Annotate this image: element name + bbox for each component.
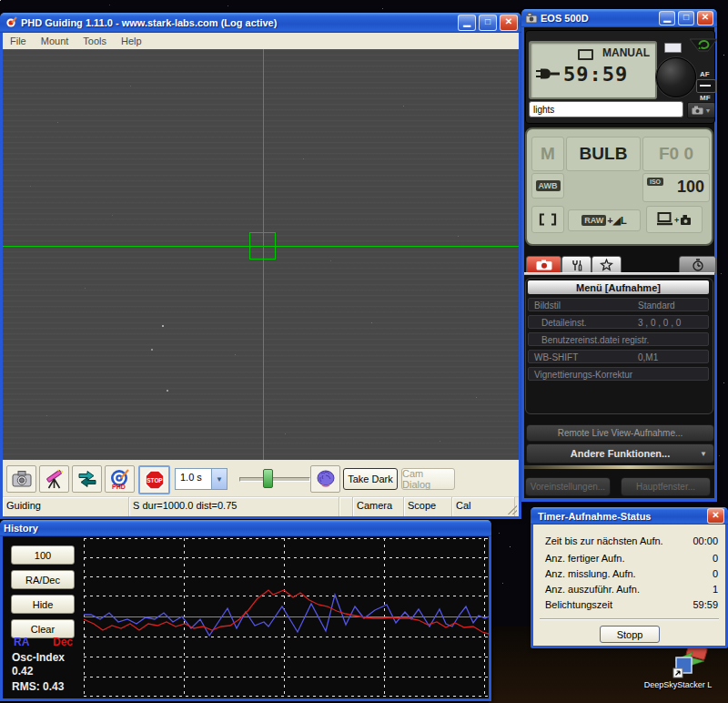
eos-titlebar[interactable]: EOS 500D ▁ □ ✕	[521, 9, 717, 27]
phd-titlebar[interactable]: PHD Guiding 1.11.0 - www.stark-labs.com …	[0, 13, 521, 33]
metering-mode-cell[interactable]: M	[531, 137, 564, 171]
iso-badge: ISO	[647, 178, 663, 186]
preferences-button[interactable]: Voreinstellungen...	[525, 477, 611, 496]
eos-menu-row-3[interactable]: WB-SHIFT0,M1	[528, 350, 709, 363]
menu-row-value: 3 , 0 , 0 , 0	[638, 318, 681, 328]
timer-close-button[interactable]: ✕	[707, 508, 724, 524]
dec-legend-label: Dec	[53, 636, 73, 648]
camera-top-panel: MANUAL 59:59 AF	[525, 30, 715, 124]
power-plug-icon	[535, 66, 561, 81]
chevron-down-icon[interactable]: ▼	[211, 469, 227, 489]
menu-header: Menü [Aufnahme]	[528, 280, 709, 294]
gamma-slider-track[interactable]	[239, 477, 310, 482]
loop-exposure-button[interactable]	[72, 465, 102, 493]
battery-icon	[578, 49, 593, 60]
eos-menu-row-4[interactable]: Vignettierungs-Korrektur	[528, 367, 709, 381]
shutter-speed-value: BULB	[580, 144, 628, 164]
star	[46, 415, 47, 416]
brain-icon	[315, 468, 337, 490]
af-area-cell[interactable]	[531, 206, 564, 233]
image-quality-cell[interactable]: RAW +◢L	[568, 209, 641, 231]
camera-small-icon	[692, 106, 703, 115]
eos-menu-row-0[interactable]: BildstilStandard	[528, 298, 709, 311]
star	[167, 390, 168, 392]
menu-help[interactable]: Help	[114, 36, 149, 46]
tab-shooting[interactable]	[526, 256, 561, 274]
lcd-light-button[interactable]	[664, 43, 682, 53]
eos-app-icon	[525, 12, 538, 25]
phd-minimize-button[interactable]: ▁	[458, 15, 476, 31]
history-button-radec[interactable]: RA/Dec	[11, 570, 75, 589]
status-panel-5: Cal	[452, 497, 515, 516]
gamma-slider-thumb[interactable]	[263, 469, 273, 488]
timer-row-label: Anz. fertiger Aufn.	[545, 553, 624, 564]
stopp-button[interactable]: Stopp	[600, 626, 660, 643]
menu-mount[interactable]: Mount	[34, 36, 76, 46]
eos-window-title: EOS 500D	[541, 13, 656, 24]
status-panel-3: Camera	[353, 497, 404, 516]
history-button-100[interactable]: 100	[11, 545, 75, 565]
shooting-menu-container: Menü [Aufnahme] BildstilStandardDetailei…	[525, 278, 713, 414]
other-functions-button[interactable]: Andere Funktionen... ▼	[526, 443, 714, 464]
focus-bracket-icon	[539, 213, 557, 226]
phd-menubar: FileMountToolsHelp	[3, 33, 519, 50]
star	[330, 260, 331, 261]
camera-folder-button[interactable]: ▼	[687, 102, 715, 118]
advanced-settings-button[interactable]	[310, 465, 340, 493]
history-titlebar[interactable]: History	[0, 520, 491, 536]
timer-clock-icon	[692, 259, 704, 271]
star	[57, 122, 58, 123]
eos-menu-row-2[interactable]: Benutzereinst.datei registr.	[528, 332, 709, 346]
statusbar-resize-grip[interactable]	[515, 497, 519, 516]
af-mf-switch[interactable]	[696, 79, 716, 93]
star	[476, 397, 477, 398]
tab-setup[interactable]	[561, 256, 592, 274]
aperture-cell[interactable]: F0 0	[642, 137, 710, 171]
eos-minimize-button[interactable]: ▁	[659, 11, 675, 25]
shutter-speed-cell[interactable]: BULB	[566, 137, 641, 171]
guide-button[interactable]: PHD	[105, 465, 135, 493]
take-dark-button[interactable]: Take Dark	[343, 468, 398, 490]
camera-icon	[11, 468, 33, 490]
star-tab-icon	[600, 259, 613, 271]
camera-connect-button[interactable]	[6, 465, 36, 493]
phd-close-button[interactable]: ✕	[500, 15, 518, 31]
deepskystacker-label[interactable]: DeepSkyStacker L	[628, 680, 728, 689]
cam-dialog-button[interactable]: Cam Dialog	[401, 468, 455, 490]
menu-file[interactable]: File	[3, 36, 34, 46]
remote-live-view-button[interactable]: Remote Live View-Aufnahme...	[526, 424, 714, 442]
menu-tools[interactable]: Tools	[76, 36, 114, 46]
camera-tab-icon	[536, 260, 552, 270]
timer-row-1: Anz. fertiger Aufn.0	[533, 553, 725, 565]
transfer-mode-cell[interactable]: +	[646, 206, 703, 233]
eos-maximize-button[interactable]: □	[678, 11, 694, 25]
timer-row-label: Belichtungszeit	[545, 599, 612, 610]
timer-separator	[540, 618, 719, 620]
history-window-title: History	[4, 523, 488, 534]
exposure-duration-select[interactable]: 1.0 s ▼	[175, 468, 228, 490]
history-button-hide[interactable]: Hide	[11, 595, 75, 614]
chevron-down-icon: ▼	[705, 107, 712, 114]
capture-name-input[interactable]	[529, 101, 683, 117]
timer-titlebar[interactable]: Timer-Aufnahme-Status ✕	[531, 507, 728, 525]
svg-text:STOP: STOP	[147, 477, 163, 484]
menu-row-label: Detaileinst.	[541, 318, 586, 328]
white-balance-cell[interactable]: AWB	[531, 173, 564, 199]
deepskystacker-icon[interactable]	[671, 645, 711, 679]
iso-value: 100	[677, 178, 704, 197]
iso-cell[interactable]: ISO 100	[642, 173, 710, 202]
timer-button[interactable]	[679, 256, 716, 274]
phd-maximize-button[interactable]: □	[479, 15, 497, 31]
aperture-value: F0 0	[659, 144, 693, 164]
telescope-connect-button[interactable]	[39, 465, 69, 493]
star	[30, 186, 31, 187]
timer-row-3: Anz. auszuführ. Aufn.1	[533, 584, 725, 596]
eos-close-button[interactable]: ✕	[697, 11, 713, 25]
eos-menu-row-1[interactable]: Detaileinst.3 , 0 , 0 , 0	[528, 315, 709, 329]
history-graph	[84, 538, 489, 698]
tab-my-menu[interactable]	[592, 256, 622, 274]
phd-client-area: FileMountToolsHelp	[3, 33, 519, 515]
stop-button[interactable]: STOP	[138, 465, 170, 494]
main-window-button[interactable]: Hauptfenster...	[621, 477, 711, 496]
phd-guide-canvas[interactable]	[3, 49, 519, 460]
